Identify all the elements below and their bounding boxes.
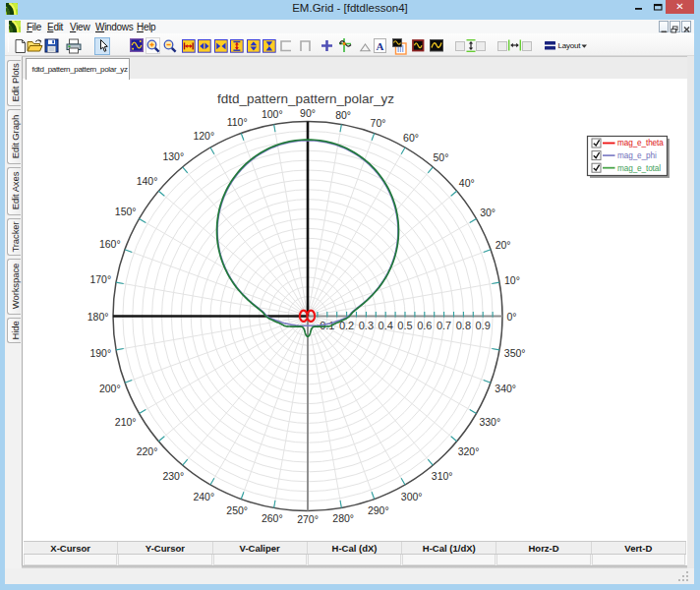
svg-text:A: A bbox=[376, 39, 383, 51]
